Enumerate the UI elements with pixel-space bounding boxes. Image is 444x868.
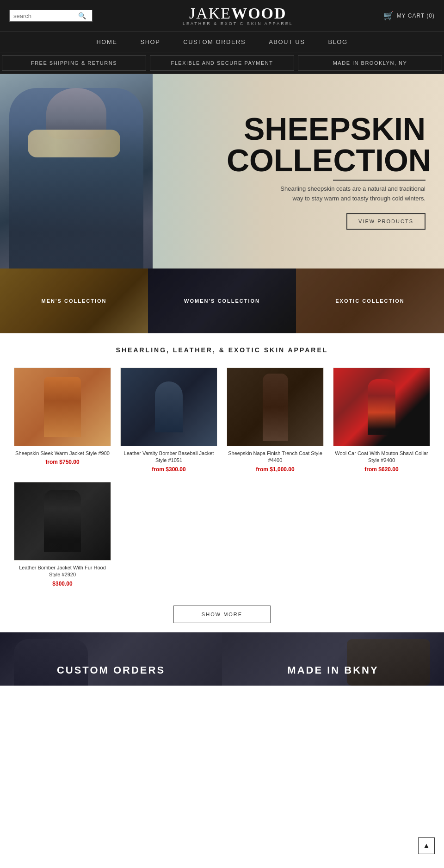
products-section: SHEARLING, LEATHER, & EXOTIC SKIN APPARE… [0,333,444,592]
products-section-title: SHEARLING, LEATHER, & EXOTIC SKIN APPARE… [0,333,444,363]
cart-icon: 🛒 [383,11,394,21]
banner-custom-orders[interactable]: CUSTOM ORDERS [0,632,222,686]
collection-exotic[interactable]: EXOTIC COLLECTION [296,269,444,333]
product-card-3[interactable]: Sheepskin Napa Finish Trench Coat Style … [222,363,328,477]
product-price-3: from $1,000.00 [227,466,324,473]
nav-blog[interactable]: BLOG [328,38,347,45]
collection-exotic-label: EXOTIC COLLECTION [335,298,405,304]
product-card-1[interactable]: Sheepskin Sleek Warm Jacket Style #900 f… [9,363,116,477]
product-name-5: Leather Bomber Jacket With Fur Hood Styl… [14,564,111,579]
products-grid: Sheepskin Sleek Warm Jacket Style #900 f… [0,363,444,477]
product-price-4: from $620.00 [333,466,430,473]
show-more-button[interactable]: SHOW MORE [173,606,271,623]
promo-bar: FREE SHIPPING & RETURNS FLEXIBLE AND SEC… [0,52,444,74]
product-card-4[interactable]: Wool Car Coat With Mouton Shawl Collar S… [328,363,435,477]
collection-womens-label: WOMEN'S COLLECTION [184,298,260,304]
product-price-2: from $300.00 [120,466,217,473]
nav-shop[interactable]: SHOP [140,38,160,45]
product-image-3 [227,368,324,446]
product-image-4 [333,368,430,446]
logo-wood: WOOD [231,5,286,22]
product-image-5 [14,482,111,561]
hero-title-line1: SHEEPSKIN [227,113,426,144]
hero-section: SHEEPSKIN COLLECTION Shearling sheepskin… [0,74,444,269]
hero-description: Shearling sheepskin coats are a natural … [278,184,426,204]
product-image-1 [14,368,111,446]
product-name-4: Wool Car Coat With Mouton Shawl Collar S… [333,450,430,464]
product-card-empty-3 [328,477,435,592]
hero-title-line2: COLLECTION [227,144,426,176]
site-header: 🔍 JAKEWOOD LEATHER & EXOTIC SKIN APPAREL… [0,0,444,31]
nav-custom-orders[interactable]: CUSTOM ORDERS [183,38,246,45]
promo-payment: FLEXIBLE AND SECURE PAYMENT [150,55,294,71]
promo-location: MADE IN BROOKLYN, NY [298,55,442,71]
product-price-1: from $750.00 [14,459,111,465]
nav-home[interactable]: HOME [96,38,117,45]
cart-button[interactable]: 🛒 MY CART (0) [383,11,435,21]
product-name-1: Sheepskin Sleek Warm Jacket Style #900 [14,450,111,457]
banner-bkny-label: MADE IN BKNY [287,664,378,676]
show-more-section: SHOW MORE [0,592,444,632]
product-card-2[interactable]: Leather Varsity Bomber Baseball Jacket S… [116,363,222,477]
collection-grid: MEN'S COLLECTION WOMEN'S COLLECTION EXOT… [0,269,444,333]
search-input[interactable] [13,12,78,19]
banner-bkny[interactable]: MADE IN BKNY [222,632,444,686]
products-grid-2: Leather Bomber Jacket With Fur Hood Styl… [0,477,444,592]
logo-subtitle: LEATHER & EXOTIC SKIN APPAREL [183,21,293,26]
product-price-5: $300.00 [14,581,111,587]
nav-about-us[interactable]: ABOUT US [269,38,305,45]
logo[interactable]: JAKEWOOD LEATHER & EXOTIC SKIN APPAREL [183,6,293,26]
hero-cta-button[interactable]: VIEW PRODUCTS [346,213,426,230]
product-card-empty-1 [116,477,222,592]
product-name-2: Leather Varsity Bomber Baseball Jacket S… [120,450,217,464]
bottom-banners: CUSTOM ORDERS MADE IN BKNY [0,632,444,686]
banner-custom-label: CUSTOM ORDERS [57,664,165,676]
main-navigation: HOME SHOP CUSTOM ORDERS ABOUT US BLOG [0,31,444,52]
search-button[interactable]: 🔍 [78,12,86,19]
logo-jake: JAKE [189,5,231,22]
product-image-2 [120,368,217,446]
product-card-5[interactable]: Leather Bomber Jacket With Fur Hood Styl… [9,477,116,592]
collection-mens[interactable]: MEN'S COLLECTION [0,269,148,333]
product-card-empty-2 [222,477,328,592]
hero-content: SHEEPSKIN COLLECTION Shearling sheepskin… [227,113,426,230]
collection-mens-label: MEN'S COLLECTION [42,298,107,304]
hero-image [0,74,153,269]
product-name-3: Sheepskin Napa Finish Trench Coat Style … [227,450,324,464]
search-form[interactable]: 🔍 [9,10,92,22]
collection-womens[interactable]: WOMEN'S COLLECTION [148,269,296,333]
promo-shipping: FREE SHIPPING & RETURNS [2,55,146,71]
hero-divider [333,180,426,181]
cart-label: MY CART (0) [397,12,435,19]
